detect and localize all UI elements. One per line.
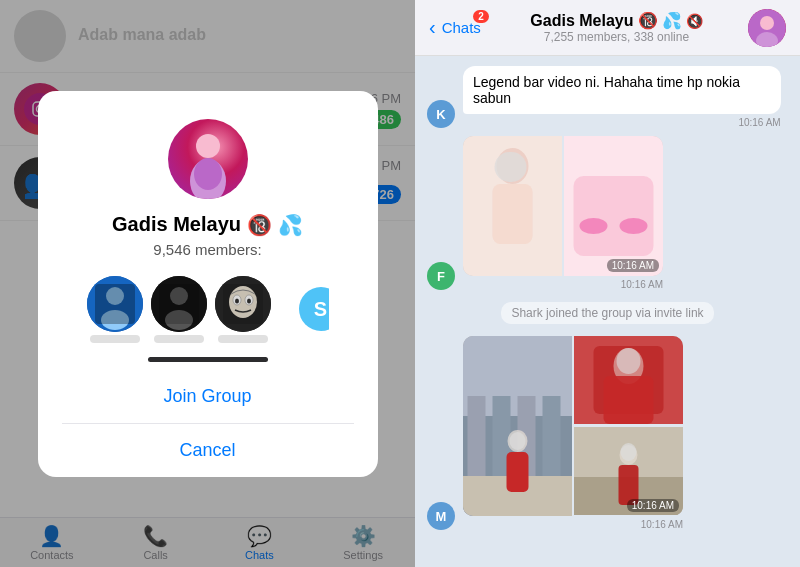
image-item[interactable]: [463, 136, 562, 276]
mosaic-image-top-right[interactable]: [574, 336, 683, 424]
modal-members-row: S: [87, 276, 329, 343]
sender-avatar-f: F: [427, 262, 455, 290]
modal-title: Gadis Melayu 🔞 💦: [112, 213, 303, 237]
messages-area: K Legend bar video ni. Hahaha time hp no…: [415, 56, 800, 567]
message-time: 10:16 AM: [463, 519, 683, 530]
message-bubble: K Legend bar video ni. Hahaha time hp no…: [427, 66, 788, 128]
header-emoji-fire: 🔞: [638, 11, 658, 30]
header-avatar[interactable]: [748, 9, 786, 47]
svg-point-6: [194, 158, 222, 190]
svg-point-49: [617, 348, 641, 374]
svg-rect-30: [463, 136, 562, 276]
member-name-blur: [154, 335, 204, 343]
svg-point-45: [510, 432, 526, 450]
message-text: Legend bar video ni. Hahaha time hp noki…: [473, 74, 740, 106]
modal-subtitle: 9,546 members:: [153, 241, 261, 258]
unread-badge: 2: [473, 10, 489, 23]
modal-card: Gadis Melayu 🔞 💦 9,546 members:: [38, 91, 378, 477]
member-name-blur: [90, 335, 140, 343]
bubble-content: Legend bar video ni. Hahaha time hp noki…: [463, 66, 781, 128]
member-avatar: [151, 276, 207, 332]
svg-rect-50: [604, 376, 654, 424]
bubble-text: Legend bar video ni. Hahaha time hp noki…: [463, 66, 781, 114]
mosaic-grid: 10:16 AM: [463, 336, 683, 516]
s-button[interactable]: S: [299, 287, 329, 331]
member-col: [87, 276, 143, 343]
header-emoji-drops: 💦: [662, 11, 682, 30]
message-bubble: F: [427, 136, 788, 290]
svg-rect-44: [507, 452, 529, 492]
mosaic-time: 10:16 AM: [627, 499, 679, 512]
right-panel: ‹ 2 Chats Gadis Melayu 🔞 💦 🔇 7,255 membe…: [415, 0, 800, 567]
member-avatar: [87, 276, 143, 332]
image-grid: 10:16 AM: [463, 136, 663, 276]
bubble-content: 10:16 AM 10:16 AM: [463, 336, 683, 530]
mute-icon: 🔇: [686, 13, 703, 29]
header-info: Gadis Melayu 🔞 💦 🔇 7,255 members, 338 on…: [485, 11, 748, 44]
modal-overlay: Gadis Melayu 🔞 💦 9,546 members:: [0, 0, 415, 567]
fire-emoji: 🔞: [247, 213, 272, 237]
member-name-blur: [218, 335, 268, 343]
svg-rect-35: [564, 136, 663, 276]
cancel-button[interactable]: Cancel: [62, 423, 354, 477]
member-col: [215, 276, 271, 343]
member-avatar: [215, 276, 271, 332]
bubble-content: 10:16 AM 10:16 AM: [463, 136, 663, 290]
image-time: 10:16 AM: [607, 259, 659, 272]
member-col: [151, 276, 207, 343]
sender-avatar-m: M: [427, 502, 455, 530]
back-button[interactable]: ‹ 2 Chats: [429, 16, 481, 39]
left-panel: Adab mana adab: [0, 0, 415, 567]
svg-rect-10: [95, 284, 135, 324]
image-item[interactable]: [564, 136, 663, 276]
drops-emoji: 💦: [278, 213, 303, 237]
svg-point-23: [760, 16, 774, 30]
message-time: 10:16 AM: [463, 279, 663, 290]
modal-avatar: [168, 119, 248, 199]
chat-header: ‹ 2 Chats Gadis Melayu 🔞 💦 🔇 7,255 membe…: [415, 0, 800, 56]
message-time: 10:16 AM: [463, 117, 781, 128]
join-group-button[interactable]: Join Group: [62, 370, 354, 423]
header-group-name: Gadis Melayu 🔞 💦 🔇: [485, 11, 748, 30]
system-message: Shark joined the group via invite link: [501, 302, 713, 324]
mosaic-image-left[interactable]: [463, 336, 572, 516]
svg-point-55: [621, 443, 637, 461]
svg-point-4: [196, 134, 220, 158]
svg-rect-14: [159, 284, 199, 324]
sender-avatar-k: K: [427, 100, 455, 128]
svg-rect-21: [223, 284, 263, 324]
header-subtitle: 7,255 members, 338 online: [485, 30, 748, 44]
message-bubble: M: [427, 336, 788, 530]
drag-handle: [148, 357, 268, 362]
